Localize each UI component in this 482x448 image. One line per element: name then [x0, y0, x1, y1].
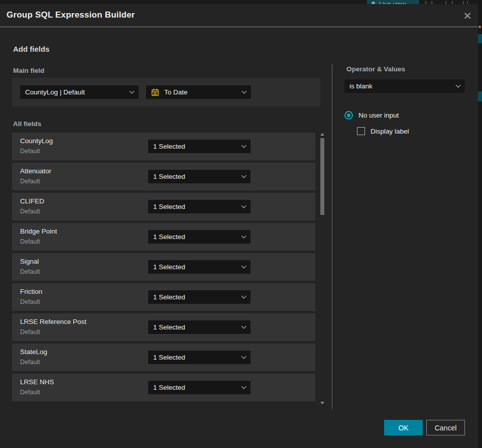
- main-field-select-value: CountyLog | Default: [25, 88, 126, 96]
- field-name: StateLog: [20, 348, 47, 356]
- chevron-down-icon: [242, 143, 247, 148]
- main-field-label: Main field: [13, 67, 44, 74]
- field-name: CLIFED: [20, 197, 44, 205]
- scrollbar-thumb[interactable]: [320, 138, 324, 215]
- close-icon[interactable]: ✕: [461, 10, 474, 23]
- scroll-down-arrow-icon[interactable]: [320, 402, 324, 404]
- field-subtitle: Default: [20, 389, 40, 396]
- live-view-label: Live view: [379, 1, 406, 4]
- cancel-button[interactable]: Cancel: [426, 420, 465, 435]
- all-fields-label: All fields: [13, 120, 41, 128]
- field-values-select[interactable]: 1 Selected: [148, 200, 251, 213]
- chevron-down-icon: [242, 384, 247, 389]
- field-row: CountyLog Default 1 Selected: [12, 133, 315, 160]
- calendar-icon: [151, 88, 159, 96]
- field-row: Signal Default 1 Selected: [12, 253, 315, 281]
- app-root: Live view Group SQL Expression Builder ✕…: [0, 0, 482, 448]
- panel-divider: [332, 64, 332, 409]
- field-values-select[interactable]: 1 Selected: [148, 260, 251, 274]
- field-values-select[interactable]: 1 Selected: [148, 290, 251, 304]
- no-user-input-label: No user input: [358, 111, 399, 119]
- field-values-select-value: 1 Selected: [153, 354, 238, 361]
- field-values-select-value: 1 Selected: [153, 173, 238, 180]
- field-row: CLIFED Default 1 Selected: [12, 193, 315, 220]
- field-values-select-value: 1 Selected: [153, 233, 238, 241]
- notification-dot-icon: [478, 26, 481, 28]
- chevron-down-icon: [242, 264, 247, 269]
- field-row: Bridge Point Default 1 Selected: [12, 223, 315, 251]
- fields-scrollbar[interactable]: [319, 132, 325, 408]
- field-name: CountyLog: [20, 137, 53, 145]
- field-values-select-value: 1 Selected: [153, 203, 238, 210]
- ok-button[interactable]: OK: [384, 420, 423, 435]
- field-values-select[interactable]: 1 Selected: [148, 140, 251, 153]
- chevron-down-icon: [242, 354, 247, 359]
- field-name: Bridge Point: [20, 228, 57, 235]
- operator-select-value: is blank: [349, 82, 452, 90]
- field-row: LRSE Reference Post Default 1 Selected: [12, 313, 315, 341]
- header-divider: [0, 27, 478, 27]
- field-values-select-value: 1 Selected: [153, 263, 238, 271]
- field-name: Friction: [20, 288, 42, 295]
- field-values-select[interactable]: 1 Selected: [148, 320, 251, 334]
- chevron-down-icon: [242, 294, 247, 299]
- background-accent: [478, 91, 482, 101]
- operator-values-label: Operator & Values: [346, 65, 405, 73]
- no-user-input-radio[interactable]: No user input: [344, 111, 399, 120]
- field-values-select[interactable]: 1 Selected: [148, 351, 251, 364]
- field-row: Attenuator Default 1 Selected: [12, 163, 315, 190]
- chevron-down-icon: [242, 203, 247, 208]
- display-label-text: Display label: [371, 128, 409, 135]
- chevron-down-icon: [456, 83, 461, 88]
- main-field-select[interactable]: CountyLog | Default: [20, 85, 139, 99]
- background-panel-edge: [478, 0, 482, 448]
- main-field-container: CountyLog | Default To Date: [12, 78, 320, 106]
- chevron-down-icon: [242, 324, 247, 329]
- all-fields-list: CountyLog Default 1 Selected Attenuator …: [12, 133, 315, 404]
- display-label-checkbox[interactable]: Display label: [357, 127, 409, 135]
- field-row: Friction Default 1 Selected: [12, 283, 315, 311]
- field-values-select-value: 1 Selected: [153, 143, 238, 150]
- field-type-select-value: To Date: [164, 88, 238, 96]
- field-subtitle: Default: [20, 268, 40, 275]
- field-row: LRSE NHS Default 1 Selected: [12, 374, 315, 401]
- background-accent: [478, 34, 482, 43]
- field-name: LRSE NHS: [20, 378, 54, 386]
- group-sql-expression-builder-dialog: Group SQL Expression Builder ✕ Add field…: [0, 4, 478, 448]
- field-name: LRSE Reference Post: [20, 318, 86, 325]
- field-values-select[interactable]: 1 Selected: [148, 381, 251, 394]
- field-name: Signal: [20, 258, 39, 265]
- field-subtitle: Default: [20, 298, 40, 305]
- scroll-up-arrow-icon[interactable]: [320, 133, 324, 136]
- chevron-down-icon: [130, 89, 135, 94]
- radio-selected-icon: [344, 111, 353, 120]
- field-subtitle: Default: [20, 148, 40, 155]
- dialog-title: Group SQL Expression Builder: [7, 10, 135, 20]
- chevron-down-icon: [242, 89, 247, 94]
- live-view-toggle[interactable]: Live view: [367, 0, 419, 4]
- chevron-down-icon: [242, 173, 247, 178]
- field-name: Attenuator: [20, 167, 51, 175]
- field-values-select-value: 1 Selected: [153, 384, 238, 391]
- field-values-select-value: 1 Selected: [153, 293, 238, 301]
- checkbox-unchecked-icon: [357, 127, 365, 135]
- field-subtitle: Default: [20, 178, 40, 185]
- field-values-select[interactable]: 1 Selected: [148, 170, 251, 183]
- field-type-select[interactable]: To Date: [146, 85, 251, 99]
- field-subtitle: Default: [20, 328, 40, 335]
- field-subtitle: Default: [20, 208, 40, 215]
- field-subtitle: Default: [20, 238, 40, 245]
- background-toolbar: Live view: [0, 0, 482, 4]
- chevron-down-icon: [242, 234, 247, 239]
- operator-select[interactable]: is blank: [344, 79, 465, 93]
- field-values-select-value: 1 Selected: [153, 323, 238, 331]
- field-values-select[interactable]: 1 Selected: [148, 230, 251, 244]
- field-row: StateLog Default 1 Selected: [12, 344, 315, 371]
- add-fields-heading: Add fields: [13, 45, 50, 53]
- field-subtitle: Default: [20, 359, 40, 366]
